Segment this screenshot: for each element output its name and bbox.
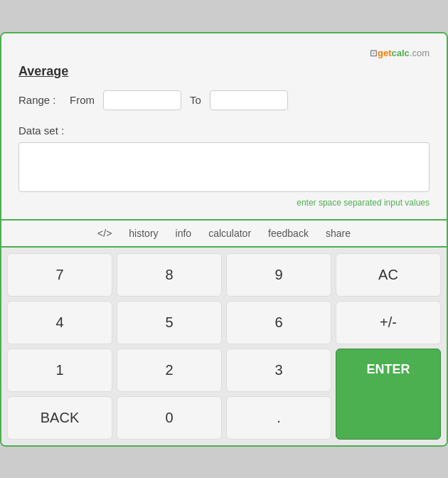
range-row: Range : From To xyxy=(18,90,430,110)
key-6[interactable]: 6 xyxy=(226,301,331,344)
dataset-hint: enter space separated input values xyxy=(18,198,430,208)
key-1[interactable]: 1 xyxy=(7,349,112,392)
key-enter[interactable]: ENTER xyxy=(336,349,441,440)
brand-com: .com xyxy=(410,48,430,58)
toolbar-share[interactable]: share xyxy=(326,228,351,239)
toolbar-feedback[interactable]: feedback xyxy=(268,228,309,239)
calculator-container: ⊡getcalc.com Average Range : From To Dat… xyxy=(0,32,448,447)
to-label: To xyxy=(190,94,201,106)
key-7[interactable]: 7 xyxy=(7,253,112,297)
key-ac[interactable]: AC xyxy=(336,253,441,297)
key-9[interactable]: 9 xyxy=(226,253,331,297)
dataset-input[interactable] xyxy=(18,142,430,192)
top-section: ⊡getcalc.com Average Range : From To Dat… xyxy=(1,33,447,221)
toolbar: </> history info calculator feedback sha… xyxy=(1,221,447,248)
key-back[interactable]: BACK xyxy=(7,396,112,440)
brand-calc: calc xyxy=(392,48,410,58)
key-plusminus[interactable]: +/- xyxy=(336,301,441,344)
dataset-label: Data set : xyxy=(18,124,430,137)
toolbar-embed[interactable]: </> xyxy=(97,228,112,239)
toolbar-history[interactable]: history xyxy=(129,228,158,239)
range-to-input[interactable] xyxy=(210,90,288,110)
range-label: Range : xyxy=(18,94,61,106)
page-title: Average xyxy=(18,64,430,79)
key-5[interactable]: 5 xyxy=(117,301,222,344)
key-3[interactable]: 3 xyxy=(226,349,331,392)
key-dot[interactable]: . xyxy=(226,396,331,440)
key-4[interactable]: 4 xyxy=(7,301,112,344)
key-8[interactable]: 8 xyxy=(117,253,222,297)
key-0[interactable]: 0 xyxy=(117,396,222,440)
key-2[interactable]: 2 xyxy=(117,349,222,392)
toolbar-info[interactable]: info xyxy=(176,228,192,239)
toolbar-calculator[interactable]: calculator xyxy=(208,228,251,239)
brand-icon: ⊡ xyxy=(370,48,378,58)
keypad: 7 8 9 AC 4 5 6 +/- 1 2 3 ENTER BACK 0 . xyxy=(1,248,447,445)
brand: ⊡getcalc.com xyxy=(18,48,430,58)
range-from-input[interactable] xyxy=(103,90,181,110)
brand-get: get xyxy=(378,48,392,58)
from-label: From xyxy=(70,94,95,106)
